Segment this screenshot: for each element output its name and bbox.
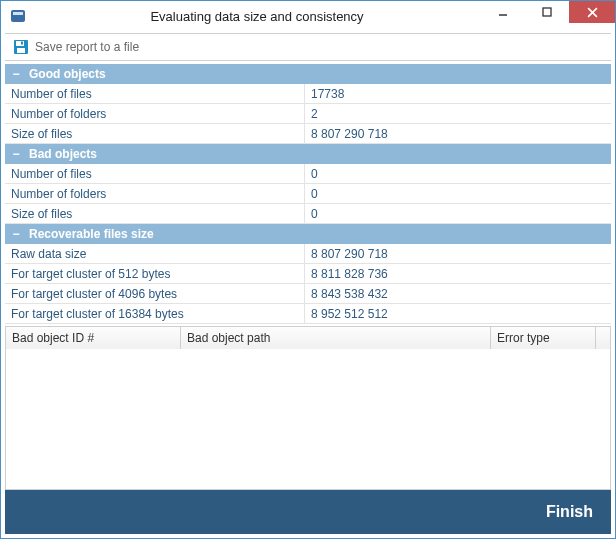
collapse-icon[interactable]: −	[11, 147, 21, 161]
section-title: Recoverable files size	[29, 227, 154, 241]
label: Number of folders	[5, 184, 305, 203]
section-title: Bad objects	[29, 147, 97, 161]
label: For target cluster of 4096 bytes	[5, 284, 305, 303]
row-recov-raw: Raw data size 8 807 290 718	[5, 244, 611, 264]
svg-rect-0	[11, 10, 25, 22]
app-icon	[9, 7, 27, 25]
collapse-icon[interactable]: −	[11, 67, 21, 81]
svg-rect-1	[13, 12, 23, 15]
row-recov-4096: For target cluster of 4096 bytes 8 843 5…	[5, 284, 611, 304]
content-area: − Good objects Number of files 17738 Num…	[5, 64, 611, 490]
svg-rect-5	[17, 48, 25, 53]
save-report-label: Save report to a file	[35, 40, 139, 54]
row-recov-512: For target cluster of 512 bytes 8 811 82…	[5, 264, 611, 284]
svg-rect-6	[21, 42, 23, 45]
bad-objects-grid: Bad object ID # Bad object path Error ty…	[5, 326, 611, 490]
value: 8 811 828 736	[305, 264, 611, 283]
save-report-button[interactable]: Save report to a file	[9, 37, 143, 57]
svg-rect-2	[543, 8, 551, 16]
value: 0	[305, 164, 611, 183]
finish-button[interactable]: Finish	[546, 503, 593, 521]
toolbar: Save report to a file	[5, 33, 611, 61]
label: Size of files	[5, 124, 305, 143]
label: Raw data size	[5, 244, 305, 263]
column-header-spacer	[596, 327, 610, 349]
column-header-id[interactable]: Bad object ID #	[6, 327, 181, 349]
column-header-path[interactable]: Bad object path	[181, 327, 491, 349]
minimize-button[interactable]	[481, 1, 525, 23]
row-bad-size-files: Size of files 0	[5, 204, 611, 224]
section-header-recoverable[interactable]: − Recoverable files size	[5, 224, 611, 244]
section-header-good[interactable]: − Good objects	[5, 64, 611, 84]
save-icon	[13, 39, 29, 55]
row-good-num-files: Number of files 17738	[5, 84, 611, 104]
window-buttons	[481, 1, 615, 23]
value: 0	[305, 184, 611, 203]
value: 0	[305, 204, 611, 223]
value: 8 807 290 718	[305, 244, 611, 263]
label: Size of files	[5, 204, 305, 223]
label: Number of files	[5, 84, 305, 103]
label: For target cluster of 16384 bytes	[5, 304, 305, 323]
value: 8 807 290 718	[305, 124, 611, 143]
maximize-button[interactable]	[525, 1, 569, 23]
close-button[interactable]	[569, 1, 615, 23]
title-bar: Evaluating data size and consistency	[1, 1, 615, 31]
label: Number of files	[5, 164, 305, 183]
dialog-window: Evaluating data size and consistency	[0, 0, 616, 539]
section-title: Good objects	[29, 67, 106, 81]
value: 8 843 538 432	[305, 284, 611, 303]
row-bad-num-folders: Number of folders 0	[5, 184, 611, 204]
label: Number of folders	[5, 104, 305, 123]
value: 17738	[305, 84, 611, 103]
footer-bar: Finish	[5, 490, 611, 534]
row-recov-16384: For target cluster of 16384 bytes 8 952 …	[5, 304, 611, 324]
label: For target cluster of 512 bytes	[5, 264, 305, 283]
row-bad-num-files: Number of files 0	[5, 164, 611, 184]
grid-body[interactable]	[6, 349, 610, 489]
row-good-num-folders: Number of folders 2	[5, 104, 611, 124]
collapse-icon[interactable]: −	[11, 227, 21, 241]
window-title: Evaluating data size and consistency	[33, 9, 481, 24]
column-header-error[interactable]: Error type	[491, 327, 596, 349]
section-header-bad[interactable]: − Bad objects	[5, 144, 611, 164]
grid-header: Bad object ID # Bad object path Error ty…	[6, 327, 610, 349]
value: 2	[305, 104, 611, 123]
row-good-size-files: Size of files 8 807 290 718	[5, 124, 611, 144]
value: 8 952 512 512	[305, 304, 611, 323]
